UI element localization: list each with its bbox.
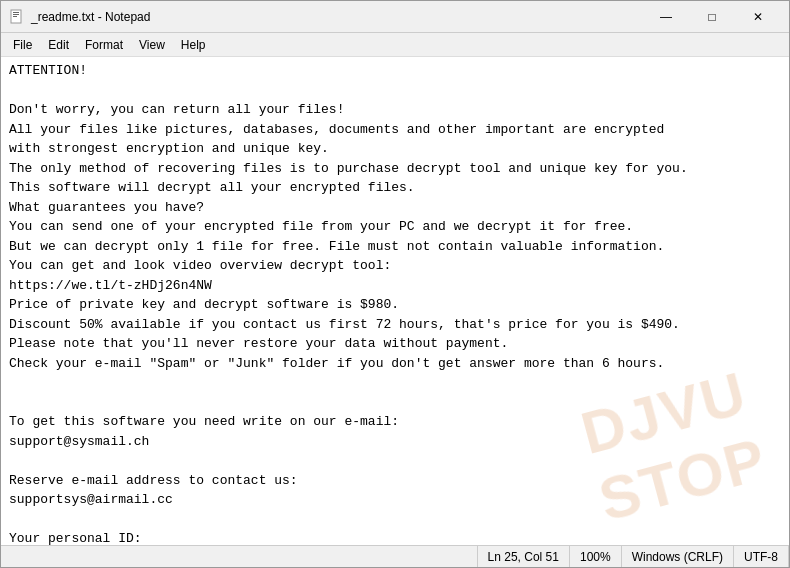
- window-title: _readme.txt - Notepad: [31, 10, 643, 24]
- menu-help[interactable]: Help: [173, 36, 214, 54]
- content-area: ATTENTION! Don't worry, you can return a…: [1, 57, 789, 545]
- maximize-button[interactable]: □: [689, 1, 735, 33]
- svg-rect-3: [13, 16, 17, 17]
- svg-rect-2: [13, 14, 19, 15]
- svg-rect-1: [13, 12, 19, 13]
- status-cursor: Ln 25, Col 51: [478, 546, 570, 567]
- menu-bar: File Edit Format View Help: [1, 33, 789, 57]
- menu-file[interactable]: File: [5, 36, 40, 54]
- menu-edit[interactable]: Edit: [40, 36, 77, 54]
- close-button[interactable]: ✕: [735, 1, 781, 33]
- window-controls: — □ ✕: [643, 1, 781, 33]
- status-position: [1, 546, 478, 567]
- status-encoding[interactable]: UTF-8: [734, 546, 789, 567]
- menu-view[interactable]: View: [131, 36, 173, 54]
- text-editor[interactable]: ATTENTION! Don't worry, you can return a…: [1, 57, 789, 545]
- notepad-window: _readme.txt - Notepad — □ ✕ File Edit Fo…: [0, 0, 790, 568]
- status-line-ending[interactable]: Windows (CRLF): [622, 546, 734, 567]
- status-zoom: 100%: [570, 546, 622, 567]
- status-bar: Ln 25, Col 51 100% Windows (CRLF) UTF-8: [1, 545, 789, 567]
- minimize-button[interactable]: —: [643, 1, 689, 33]
- app-icon: [9, 9, 25, 25]
- title-bar: _readme.txt - Notepad — □ ✕: [1, 1, 789, 33]
- menu-format[interactable]: Format: [77, 36, 131, 54]
